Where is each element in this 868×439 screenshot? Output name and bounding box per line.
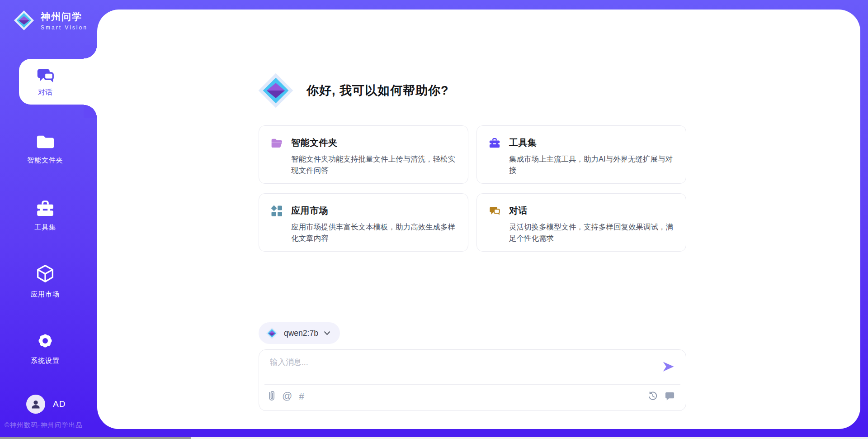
model-selector[interactable]: qwen2:7b [259,322,340,344]
sidebar-item-label: 系统设置 [0,357,90,365]
sidebar-item-label: 应用市场 [0,290,90,299]
cube-icon [35,263,56,284]
card-description: 集成市场上主流工具，助力AI与外界无缝扩展与对接 [509,153,674,176]
send-icon[interactable] [661,360,675,373]
chevron-down-icon [324,331,330,335]
person-icon [30,398,42,410]
folder-open-icon [271,138,283,148]
toolbox-icon [489,137,500,148]
sidebar-item-app-market[interactable]: 应用市场 [0,263,90,299]
greeting: 你好, 我可以如何帮助你? [258,72,449,109]
greeting-diamond-icon [258,72,294,109]
sidebar-item-settings[interactable]: 系统设置 [0,331,90,365]
sidebar-item-label: 智能文件夹 [0,156,90,165]
tab-merge-corner-top [84,45,97,59]
avatar [26,395,45,414]
card-description: 灵活切换多模型文件，支持多样回复效果调试，满足个性化需求 [509,221,674,244]
card-title: 智能文件夹 [291,137,338,149]
tab-merge-corner-bottom [84,105,97,118]
sidebar-item-label: 工具集 [0,223,90,232]
card-description: 智能文件夹功能支持批量文件上传与清洗，轻松实现文件问答 [291,153,456,176]
card-title: 应用市场 [291,205,328,217]
sidebar-item-label: 对话 [38,88,52,97]
composer-divider [264,384,680,385]
scrollbar-thumb[interactable] [0,437,191,439]
brand-name: 神州问学 [41,10,88,23]
gear-icon [35,331,55,351]
card-chat[interactable]: 对话 灵活切换多模型文件，支持多样回复效果调试，满足个性化需求 [476,193,686,252]
composer-tools-right [648,391,675,401]
chat-bubble-icon[interactable] [665,391,675,401]
folder-icon [36,133,55,150]
feature-cards: 智能文件夹 智能文件夹功能支持批量文件上传与清洗，轻松实现文件问答 工具集 集成… [259,125,686,252]
app-logo: 神州问学 Smart Vision [14,10,88,31]
chat-bubbles-icon [489,205,500,217]
user-name: AD [53,399,66,409]
brand-subtitle: Smart Vision [41,24,88,31]
history-icon[interactable] [648,391,658,401]
model-diamond-icon [266,327,278,339]
card-smart-folder[interactable]: 智能文件夹 智能文件夹功能支持批量文件上传与清洗，轻松实现文件问答 [259,125,468,184]
paperclip-icon[interactable] [268,391,275,401]
hash-icon[interactable]: # [299,391,304,401]
card-description: 应用市场提供丰富长文本模板，助力高效生成多样化文章内容 [291,221,456,244]
brand-diamond-icon [14,10,34,31]
card-title: 对话 [509,205,528,217]
user-account[interactable]: AD [26,395,66,414]
sidebar-item-chat[interactable]: 对话 [19,59,97,105]
model-name: qwen2:7b [284,329,318,338]
card-app-market[interactable]: 应用市场 应用市场提供丰富长文本模板，助力高效生成多样化文章内容 [259,193,468,252]
sidebar-item-smart-folder[interactable]: 智能文件夹 [0,133,90,165]
app-grid-icon [271,205,283,217]
at-icon[interactable]: @ [282,391,292,401]
chat-bubbles-icon [36,66,55,85]
composer-tools-left: @ # [268,391,304,401]
card-title: 工具集 [509,137,537,149]
message-composer: @ # [259,349,686,411]
sidebar-footer: ©神州数码·神州问学出品 [5,421,97,429]
message-input[interactable] [270,357,654,382]
card-toolset[interactable]: 工具集 集成市场上主流工具，助力AI与外界无缝扩展与对接 [476,125,686,184]
toolbox-icon [36,199,55,217]
horizontal-scrollbar[interactable] [0,437,868,439]
greeting-text: 你好, 我可以如何帮助你? [307,82,449,99]
sidebar-item-toolset[interactable]: 工具集 [0,199,90,232]
